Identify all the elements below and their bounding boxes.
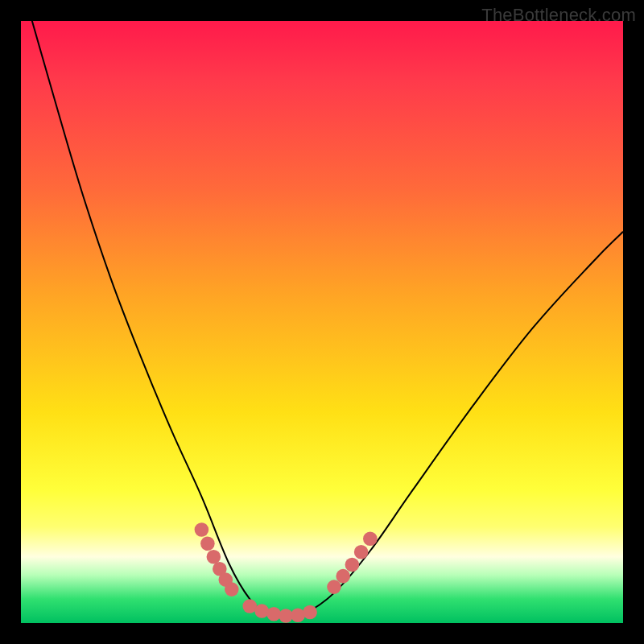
highlight-dot <box>336 569 350 584</box>
highlight-dot <box>354 545 369 559</box>
watermark-text: TheBottleneck.com <box>481 5 636 26</box>
curve-svg <box>21 21 623 623</box>
plot-area <box>21 21 623 623</box>
highlight-dots <box>195 522 378 623</box>
highlight-dot <box>345 558 360 572</box>
highlight-dot <box>207 550 221 564</box>
highlight-dot <box>195 522 209 537</box>
bottleneck-curve <box>21 21 623 617</box>
highlight-dot <box>327 580 341 594</box>
highlight-dot <box>266 607 281 621</box>
highlight-dot <box>363 531 378 546</box>
highlight-dot <box>200 536 215 551</box>
highlight-dot <box>242 599 257 613</box>
chart-frame: TheBottleneck.com <box>0 0 644 644</box>
highlight-dot <box>279 609 293 623</box>
highlight-dot <box>254 604 269 618</box>
highlight-dot <box>291 608 305 622</box>
highlight-dot <box>303 605 317 620</box>
bottleneck-curve-path <box>21 21 623 617</box>
highlight-dot <box>225 582 239 597</box>
